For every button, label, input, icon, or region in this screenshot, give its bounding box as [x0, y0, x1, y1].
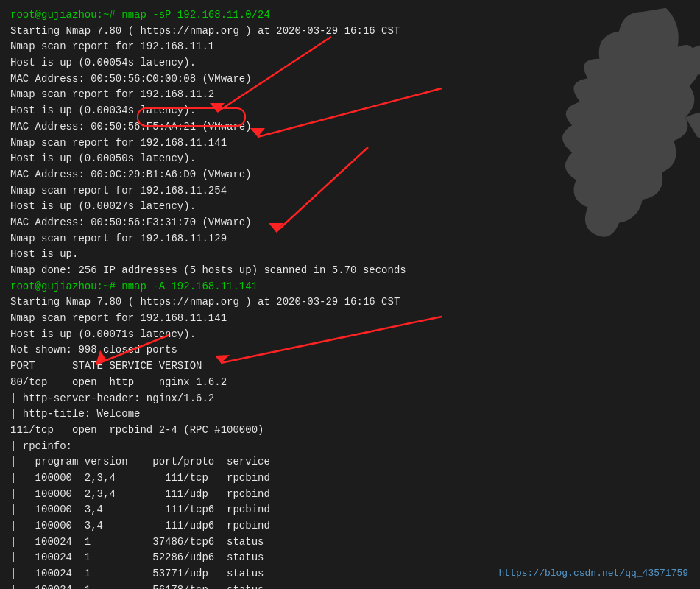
terminal: root@gujiazhou:~# nmap -sP 192.168.11.0/…: [0, 0, 700, 589]
terminal-line-l28: | rpcinfo:: [10, 439, 690, 455]
terminal-line-l19: Starting Nmap 7.80 ( https://nmap.org ) …: [10, 294, 690, 311]
watermark: https://blog.csdn.net/qq_43571759: [499, 568, 688, 579]
kali-logo: [538, 0, 700, 250]
terminal-line-l32: | 100000 3,4 111/tcp6 rpcbind: [10, 502, 690, 518]
terminal-line-l20: Nmap scan report for 192.168.11.141: [10, 311, 690, 327]
terminal-line-l33: | 100000 3,4 111/udp6 rpcbind: [10, 518, 690, 535]
terminal-line-l35: | 100024 1 52286/udp6 status: [10, 550, 690, 566]
terminal-line-l23: PORT STATE SERVICE VERSION: [10, 359, 690, 375]
terminal-line-l18: root@gujiazhou:~# nmap -A 192.168.11.141: [10, 279, 690, 295]
terminal-line-l21: Host is up (0.00071s latency).: [10, 327, 690, 343]
terminal-line-l25: | http-server-header: nginx/1.6.2: [10, 391, 690, 407]
terminal-line-l31: | 100000 2,3,4 111/udp rpcbind: [10, 487, 690, 503]
terminal-line-l34: | 100024 1 37486/tcp6 status: [10, 535, 690, 551]
terminal-line-l30: | 100000 2,3,4 111/tcp rpcbind: [10, 470, 690, 487]
terminal-line-l26: | http-title: Welcome: [10, 406, 690, 423]
terminal-line-l29: | program version port/proto service: [10, 454, 690, 470]
terminal-line-l17: Nmap done: 256 IP addresses (5 hosts up)…: [10, 263, 690, 279]
terminal-line-l37: |_ 100024 1 56178/tcp status: [10, 582, 690, 589]
terminal-line-l27: 111/tcp open rpcbind 2-4 (RPC #100000): [10, 423, 690, 439]
terminal-line-l24: 80/tcp open http nginx 1.6.2: [10, 375, 690, 391]
terminal-line-l22: Not shown: 998 closed ports: [10, 342, 690, 359]
